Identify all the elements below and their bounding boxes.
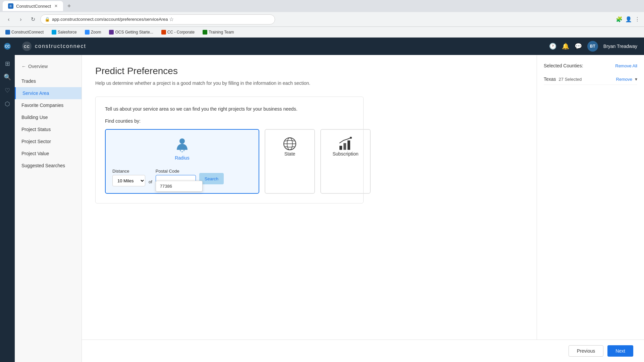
profile-icon[interactable]: 👤 [625, 16, 632, 22]
bookmark-ocs[interactable]: OCS Getting Starte... [108, 29, 154, 35]
sidebar-item-project-value[interactable]: Project Value [15, 147, 82, 160]
back-arrow-icon: ← [21, 64, 26, 69]
new-tab-button[interactable]: + [64, 1, 74, 11]
user-avatar[interactable]: BT [587, 41, 598, 52]
bookmark-star-icon[interactable]: ☆ [169, 16, 174, 22]
bookmark-label: Training Team [209, 30, 234, 35]
page-title: Predict Preferences [95, 66, 523, 76]
forward-button[interactable]: › [16, 15, 25, 24]
svg-rect-9 [339, 146, 342, 150]
rail-home-icon[interactable]: ⊞ [1, 58, 13, 70]
tab-title: ConstructConnect [16, 4, 51, 9]
distance-select[interactable]: 5 Miles 10 Miles 25 Miles 50 Miles 100 M… [112, 175, 145, 186]
state-label: State [284, 151, 296, 157]
icon-rail: CC ⊞ 🔍 ♡ ⬡ [0, 38, 15, 362]
rail-shield-icon[interactable]: ⬡ [1, 98, 13, 110]
county-name-texas: Texas [544, 76, 556, 82]
sidebar-item-building-use[interactable]: Building Use [15, 111, 82, 123]
header-actions: 🕐 🔔 💬 BT Bryan Treadway [549, 41, 637, 52]
sidebar-back-label: Overview [28, 64, 48, 69]
bookmark-zoom[interactable]: Zoom [84, 29, 103, 35]
logo-text: constructconnect [35, 43, 86, 49]
remove-all-button[interactable]: Remove All [615, 63, 637, 68]
sidebar-item-trades[interactable]: Trades [15, 75, 82, 87]
notification-icon[interactable]: 🔔 [562, 43, 569, 50]
bookmark-salesforce[interactable]: Salesforce [50, 29, 78, 35]
distance-group: Distance 5 Miles 10 Miles 25 Miles 50 Mi… [112, 169, 145, 186]
sidebar-item-project-sector[interactable]: Project Sector [15, 135, 82, 147]
bookmark-cc-corporate[interactable]: CC - Corporate [160, 29, 196, 35]
bookmarks-bar: ConstructConnect Salesforce Zoom OCS Get… [0, 27, 644, 38]
extensions-icon[interactable]: 🧩 [616, 16, 623, 22]
postal-code-label: Postal Code [156, 169, 196, 174]
of-text: of [149, 179, 152, 184]
subscription-icon [338, 136, 353, 151]
sidebar-suggested-searches-label: Suggested Searches [21, 163, 65, 168]
url-text: app.constructconnect.com/account/prefere… [52, 17, 168, 22]
bottom-navigation: Previous Next [82, 340, 644, 362]
sidebar-item-favorite-companies[interactable]: Favorite Companies [15, 99, 82, 111]
distance-label: Distance [112, 169, 145, 174]
sidebar-project-value-label: Project Value [21, 151, 49, 156]
county-expand-icon[interactable]: ▾ [635, 76, 637, 82]
search-button[interactable]: Search [199, 173, 224, 184]
rail-search-icon[interactable]: 🔍 [1, 71, 13, 83]
bookmark-label: ConstructConnect [11, 30, 44, 35]
bookmark-label: Salesforce [58, 30, 77, 35]
suggestion-dropdown: 77386 [156, 181, 203, 192]
county-actions: Remove ▾ [616, 76, 637, 82]
suggestion-item-77386[interactable]: 77386 [156, 181, 202, 191]
radius-icon [174, 136, 190, 155]
county-remove-button[interactable]: Remove [616, 77, 632, 82]
more-options-icon[interactable]: ⋮ [635, 16, 640, 22]
history-icon[interactable]: 🕐 [549, 43, 556, 50]
sidebar-item-service-area[interactable]: Service Area [15, 87, 82, 99]
app-logo: CC constructconnect [21, 41, 86, 52]
user-name: Bryan Treadway [603, 44, 637, 49]
subscription-option-card[interactable]: Subscription [320, 129, 371, 194]
svg-rect-11 [347, 140, 350, 150]
lock-icon: 🔒 [45, 17, 50, 22]
sidebar-service-area-label: Service Area [22, 90, 49, 96]
options-row: Radius Distance 5 Miles [105, 129, 354, 194]
address-bar[interactable]: 🔒 app.constructconnect.com/account/prefe… [40, 14, 275, 24]
rail-heart-icon[interactable]: ♡ [1, 84, 13, 97]
sidebar-item-project-status[interactable]: Project Status [15, 123, 82, 135]
back-button[interactable]: ‹ [4, 15, 13, 24]
radius-form: Distance 5 Miles 10 Miles 25 Miles 50 Mi… [112, 169, 252, 186]
sidebar-trades-label: Trades [21, 78, 36, 84]
card-header-text: Tell us about your service area so we ca… [105, 106, 354, 112]
reload-button[interactable]: ↻ [28, 15, 38, 24]
county-count-texas: 27 Selected [559, 77, 582, 82]
svg-point-4 [179, 138, 185, 144]
close-tab-button[interactable]: ✕ [54, 4, 58, 8]
sidebar-back-button[interactable]: ← Overview [15, 60, 82, 72]
svg-text:CC: CC [5, 45, 10, 48]
county-row-texas: Texas 27 Selected Remove ▾ [544, 74, 637, 85]
browser-tab[interactable]: C ConstructConnect ✕ [3, 1, 63, 11]
radius-option-card[interactable]: Radius Distance 5 Miles [105, 129, 259, 194]
rail-logo-icon: CC [1, 40, 13, 52]
radius-label: Radius [175, 155, 190, 161]
postal-group: Postal Code 77386 [156, 169, 196, 186]
previous-button[interactable]: Previous [569, 345, 603, 357]
main-content: Predict Preferences Help us determine wh… [82, 55, 537, 340]
sidebar-project-sector-label: Project Sector [21, 139, 51, 144]
service-area-card: Tell us about your service area so we ca… [95, 97, 364, 203]
selected-counties-title: Selected Counties: [544, 63, 583, 68]
sidebar-building-use-label: Building Use [21, 115, 48, 120]
next-button[interactable]: Next [607, 345, 633, 357]
bookmark-label: OCS Getting Starte... [115, 30, 153, 35]
app-header: CC constructconnect 🕐 🔔 💬 BT Bryan Tread… [15, 38, 644, 55]
state-option-card[interactable]: State [265, 129, 315, 194]
sidebar-item-suggested-searches[interactable]: Suggested Searches [15, 160, 82, 172]
sidebar-favorite-companies-label: Favorite Companies [21, 103, 63, 108]
state-icon [282, 136, 297, 151]
sidebar-project-status-label: Project Status [21, 127, 51, 132]
bookmark-training[interactable]: Training Team [201, 29, 235, 35]
chat-icon[interactable]: 💬 [575, 43, 582, 50]
bookmark-constructconnect[interactable]: ConstructConnect [4, 29, 45, 35]
subscription-label: Subscription [332, 151, 358, 157]
page-subtitle: Help us determine whether a project is a… [95, 80, 523, 86]
svg-rect-10 [343, 143, 346, 150]
